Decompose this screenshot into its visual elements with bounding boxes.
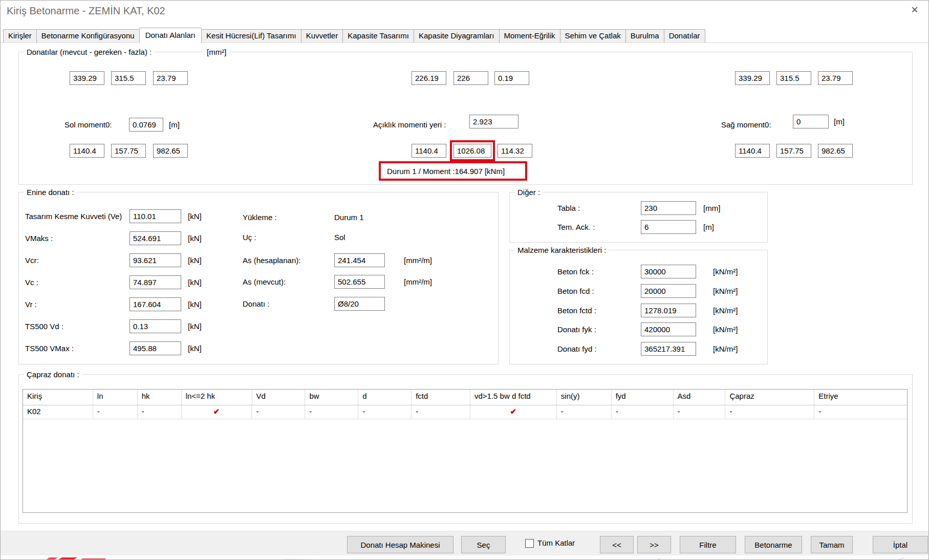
donati-field[interactable] [334, 297, 385, 311]
tab-moment-egrilik[interactable]: Moment-Eğrilik [499, 29, 560, 42]
col-d: d [358, 390, 412, 405]
right-bottom-field-1[interactable] [735, 144, 770, 158]
aciklik-momenti-field[interactable] [469, 115, 518, 128]
right-mevcut-field[interactable] [735, 71, 770, 85]
tab-kuvvetler[interactable]: Kuvvetler [301, 29, 343, 42]
prev-button[interactable]: << [600, 536, 634, 553]
ts500-vd-unit: [kN] [188, 319, 202, 333]
uc-label: Uç : [243, 232, 256, 243]
tem-ack-unit: [m] [703, 220, 714, 234]
center-gereken-field[interactable] [453, 71, 488, 85]
center-fazla-field[interactable] [494, 71, 529, 85]
group-enine-donati: Enine donatı : Tasarım Kesme Kuvveti (Ve… [18, 192, 499, 364]
donati-fyd-field[interactable] [641, 342, 696, 356]
tab-donati-alanlari[interactable]: Donatı Alanları [139, 28, 202, 43]
cell-vdgt-check-icon: ✔ [470, 405, 557, 419]
center-bottom-field-3[interactable] [498, 144, 532, 158]
as-mevcut-field[interactable] [334, 275, 385, 289]
group-malzeme: Malzeme karakteristikleri : Beton fck : … [509, 250, 768, 364]
vcr-unit: [kN] [188, 253, 202, 267]
center-bottom-field-2[interactable] [453, 144, 491, 158]
col-siny: sin(y) [557, 390, 612, 405]
left-bottom-field-3[interactable] [153, 144, 188, 158]
title-bar: Kiriş Betonarme - ZEMİN KAT, K02 × [1, 1, 928, 22]
right-bottom-field-2[interactable] [776, 144, 811, 158]
tum-katlar-checkbox[interactable] [525, 539, 534, 548]
as-hesaplanan-field[interactable] [334, 253, 385, 267]
tab-strip: Kirişler Betonarme Konfigürasyonu Donatı… [1, 29, 928, 43]
betonarme-button[interactable]: Betonarme [745, 536, 802, 553]
beton-fck-field[interactable] [641, 265, 696, 278]
col-kiris: Kiriş [23, 390, 93, 405]
group-donatilar-label: Donatılar (mevcut - gereken - fazla) : [24, 47, 154, 57]
filtre-button[interactable]: Filtre [680, 536, 736, 553]
tab-burulma[interactable]: Burulma [625, 29, 664, 42]
tab-donatilar[interactable]: Donatılar [664, 29, 705, 42]
tab-kapasite-diyagramlari[interactable]: Kapasite Diyagramları [414, 29, 500, 42]
vr-unit: [kN] [188, 297, 202, 311]
vr-label: Vr : [25, 297, 37, 311]
tem-ack-field[interactable] [641, 220, 696, 234]
col-ln: ln [93, 390, 138, 405]
right-fazla-field[interactable] [818, 71, 853, 85]
ve-unit: [kN] [188, 209, 202, 223]
sag-moment0-field[interactable] [793, 115, 829, 128]
tab-sehim-ve-catlak[interactable]: Sehim ve Çatlak [560, 29, 626, 42]
left-bottom-field-1[interactable] [70, 144, 104, 158]
group-diger: Diğer : Tabla : [mm] Tem. Ack. : [m] [509, 192, 768, 243]
center-bottom-field-1[interactable] [412, 144, 446, 158]
tabla-field[interactable] [641, 201, 696, 215]
yukleme-value: Durum 1 [334, 212, 364, 223]
close-icon[interactable]: × [908, 4, 921, 17]
right-bottom-field-3[interactable] [818, 144, 853, 158]
iptal-button[interactable]: İptal [873, 536, 928, 553]
center-mevcut-field[interactable] [412, 71, 446, 85]
ve-field[interactable] [129, 209, 181, 223]
cell-vd: - [252, 405, 305, 419]
ts500-vmax-field[interactable] [129, 341, 181, 355]
sol-moment0-field[interactable] [129, 118, 163, 132]
cell-ln: - [93, 405, 138, 419]
right-gereken-field[interactable] [776, 71, 811, 85]
beton-fcd-label: Beton fcd : [557, 284, 594, 298]
col-asd: Asd [674, 390, 726, 405]
donati-fyk-label: Donatı fyk : [557, 322, 596, 336]
moment-status-text: Durum 1 / Moment :164.907 [kNm] [387, 167, 505, 176]
tamam-button[interactable]: Tamam [811, 536, 853, 553]
sec-button[interactable]: Seç [461, 536, 506, 553]
cell-ln2hk-check-icon: ✔ [182, 405, 252, 419]
next-button[interactable]: >> [637, 536, 671, 553]
vr-field[interactable] [129, 297, 181, 311]
beton-fcd-field[interactable] [641, 284, 696, 298]
ve-label: Tasarım Kesme Kuvveti (Ve) [25, 209, 122, 223]
col-hk: hk [138, 390, 182, 405]
as-hesaplanan-unit: [mm²/m] [404, 253, 432, 267]
vcr-label: Vcr: [25, 253, 39, 267]
group-enine-label: Enine donatı : [24, 187, 77, 198]
donati-hesap-makinesi-button[interactable]: Donatı Hesap Makinesi [347, 536, 453, 553]
tum-katlar-label: Tüm Katlar [537, 539, 575, 547]
tab-betonarme-konfigurasyonu[interactable]: Betonarme Konfigürasyonu [36, 29, 140, 42]
vc-field[interactable] [129, 275, 181, 289]
tab-kapasite-tasarimi[interactable]: Kapasite Tasarımı [342, 29, 414, 42]
ts500-vd-field[interactable] [129, 319, 181, 333]
col-vd: Vd [252, 390, 306, 405]
left-mevcut-field[interactable] [70, 71, 104, 85]
tab-kesit-hucresi-lif-tasarimi[interactable]: Kesit Hücresi(Lif) Tasarımı [201, 29, 301, 42]
group-malzeme-label: Malzeme karakteristikleri : [515, 245, 609, 255]
col-etriye: Etriye [814, 390, 907, 405]
left-gereken-field[interactable] [111, 71, 146, 85]
table-row[interactable]: K02 - - ✔ - - - - ✔ - - - - - [23, 405, 907, 419]
beam-rc-dialog: Kiriş Betonarme - ZEMİN KAT, K02 × Kiriş… [0, 0, 929, 560]
yukleme-label: Yükleme : [243, 212, 277, 223]
group-diger-label: Diğer : [515, 187, 543, 198]
beton-fctd-field[interactable] [641, 304, 696, 317]
left-fazla-field[interactable] [153, 71, 188, 85]
group-capraz-donati: Çapraz donatı : Kiriş ln hk ln<=2 hk Vd … [18, 374, 913, 524]
donati-fyk-field[interactable] [641, 322, 696, 336]
vcr-field[interactable] [129, 253, 181, 267]
col-bw: bw [305, 390, 358, 405]
tab-kirisler[interactable]: Kirişler [3, 29, 37, 42]
vmaks-field[interactable] [129, 231, 181, 245]
left-bottom-field-2[interactable] [111, 144, 146, 158]
